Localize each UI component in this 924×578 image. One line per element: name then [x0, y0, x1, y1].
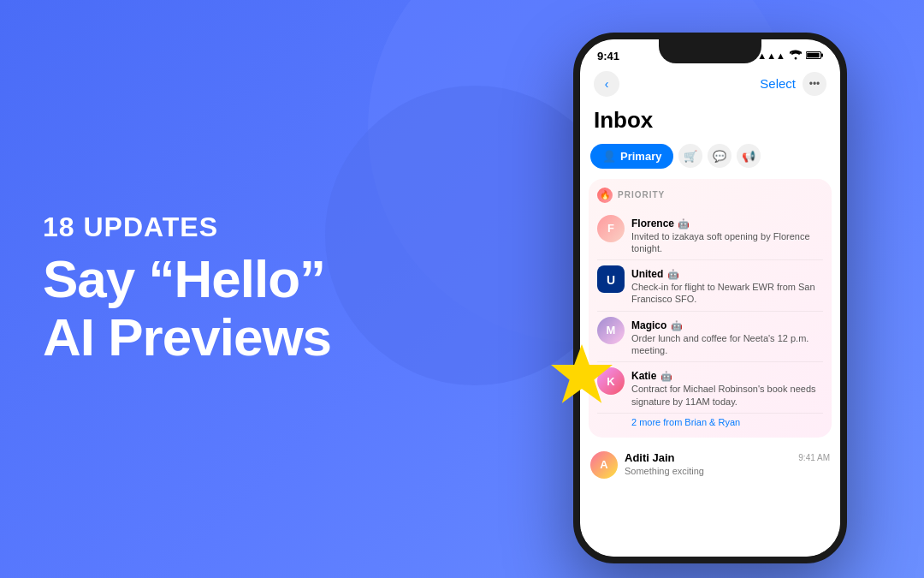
message-content: Magico 🤖 Order lunch and coffee for Neet… — [631, 317, 823, 357]
star-icon — [548, 341, 616, 409]
ai-icon: 🤖 — [671, 320, 683, 331]
ai-icon: 🤖 — [660, 371, 672, 381]
left-section: 18 UPDATES Say “Hello” AI Previews — [0, 0, 530, 578]
message-content: United 🤖 Check-in for flight to Newark E… — [631, 265, 823, 306]
tab-promo[interactable]: 📢 — [737, 144, 761, 168]
back-button[interactable]: ‹ — [594, 71, 619, 97]
phone-section: 9:41 ▲▲▲ ‹ — [496, 0, 924, 578]
more-button[interactable]: ••• — [803, 72, 826, 96]
message-sender: Florence — [631, 217, 674, 229]
select-button[interactable]: Select — [760, 76, 796, 91]
message-content: Florence 🤖 Invited to izakaya soft openi… — [631, 215, 823, 255]
phone-frame: 9:41 ▲▲▲ ‹ — [573, 33, 847, 563]
person-icon: 👤 — [602, 150, 616, 163]
message-sender: United — [631, 268, 663, 280]
megaphone-icon: 📢 — [742, 150, 755, 163]
avatar: A — [590, 451, 618, 479]
phone-screen: 9:41 ▲▲▲ ‹ — [580, 39, 840, 557]
united-logo: U — [597, 265, 625, 293]
priority-section: 🔥 PRIORITY F Florence 🤖 Invited to izaka… — [589, 179, 832, 438]
regular-text: Something exciting — [625, 466, 830, 476]
message-text: Check-in for flight to Newark EWR from S… — [631, 281, 823, 306]
tab-shopping[interactable]: 🛒 — [678, 144, 702, 168]
nav-right: Select ••• — [760, 72, 826, 96]
tab-chat[interactable]: 💬 — [708, 144, 732, 168]
tabs-row: 👤 Primary 🛒 💬 📢 — [580, 144, 840, 179]
flame-icon: 🔥 — [600, 190, 610, 200]
svg-rect-2 — [807, 52, 819, 57]
list-item[interactable]: U United 🤖 Check-in for flight to Newark… — [597, 260, 823, 312]
message-content: Katie 🤖 Contract for Michael Robinson's … — [631, 367, 823, 408]
priority-dot: 🔥 — [597, 188, 613, 203]
priority-label: PRIORITY — [618, 190, 665, 200]
list-item[interactable]: A Aditi Jain 9:41 AM Something exciting — [580, 444, 840, 486]
headline: Say “Hello” AI Previews — [43, 250, 479, 366]
inbox-title: Inbox — [580, 104, 840, 144]
tab-primary-label: Primary — [620, 150, 661, 163]
signal-icon: ▲▲▲ — [757, 51, 785, 61]
star-decoration — [548, 341, 616, 409]
headline-line2: AI Previews — [43, 308, 479, 366]
message-text: Contract for Michael Robinson's book nee… — [631, 383, 823, 408]
list-item[interactable]: M Magico 🤖 Order lunch and coffee for Ne… — [597, 312, 823, 363]
headline-line1: Say “Hello” — [43, 250, 479, 308]
chat-icon: 💬 — [713, 150, 726, 163]
list-item[interactable]: F Florence 🤖 Invited to izakaya soft ope… — [597, 210, 823, 261]
priority-header: 🔥 PRIORITY — [597, 188, 823, 203]
status-time: 9:41 — [597, 50, 619, 63]
phone-wrapper: 9:41 ▲▲▲ ‹ — [573, 33, 847, 563]
svg-rect-3 — [821, 53, 823, 57]
message-sender: Katie — [631, 370, 656, 382]
list-item[interactable]: K Katie 🤖 Contract for Michael Robinson'… — [597, 362, 823, 414]
wifi-icon — [790, 50, 802, 62]
more-icon: ••• — [809, 78, 820, 90]
regular-message-content: Aditi Jain 9:41 AM Something exciting — [625, 451, 830, 476]
regular-time: 9:41 AM — [798, 453, 830, 462]
regular-sender: Aditi Jain — [625, 451, 675, 464]
avatar: U — [597, 265, 625, 293]
message-sender: Magico — [631, 319, 666, 331]
message-text: Invited to izakaya soft opening by Flore… — [631, 230, 823, 255]
tab-primary[interactable]: 👤 Primary — [590, 144, 673, 169]
chevron-left-icon: ‹ — [605, 77, 609, 91]
nav-bar: ‹ Select ••• — [580, 68, 840, 104]
updates-label: 18 UPDATES — [43, 212, 479, 243]
avatar: F — [597, 215, 625, 242]
messages-container: 🔥 PRIORITY F Florence 🤖 Invited to izaka… — [580, 179, 840, 557]
svg-text:U: U — [607, 273, 615, 287]
ai-icon: 🤖 — [678, 218, 690, 229]
battery-icon — [806, 51, 823, 62]
regular-message-header: Aditi Jain 9:41 AM — [625, 451, 830, 464]
more-from[interactable]: 2 more from Brian & Ryan — [597, 414, 823, 429]
svg-marker-0 — [551, 344, 613, 403]
ai-icon: 🤖 — [667, 269, 679, 279]
message-text: Order lunch and coffee for Neeta's 12 p.… — [631, 332, 823, 357]
status-icons: ▲▲▲ — [757, 50, 823, 62]
cart-icon: 🛒 — [684, 150, 697, 163]
phone-notch — [659, 39, 761, 63]
